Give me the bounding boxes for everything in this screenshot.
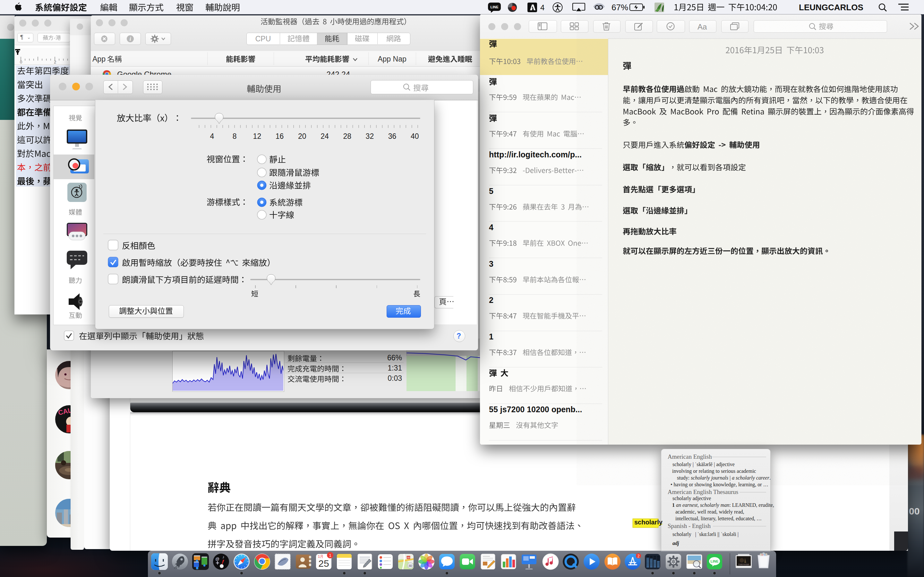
svg-text:2: 2 [638,554,640,558]
svg-text:LINE: LINE [710,559,718,563]
svg-text:1: 1 [329,553,331,558]
svg-text:LINE: LINE [490,5,498,9]
svg-text:@: @ [215,556,220,561]
svg-text:TOMB RAIDER: TOMB RAIDER [738,564,750,566]
svg-text:i: i [129,36,131,42]
svg-text:3D: 3D [409,564,412,567]
svg-text:4: 4 [540,3,544,12]
svg-text:280: 280 [406,556,411,559]
svg-text:2: 2 [54,60,56,64]
svg-text:25: 25 [318,558,329,569]
svg-text:♪: ♪ [222,554,225,559]
svg-text:0: 0 [20,60,22,64]
